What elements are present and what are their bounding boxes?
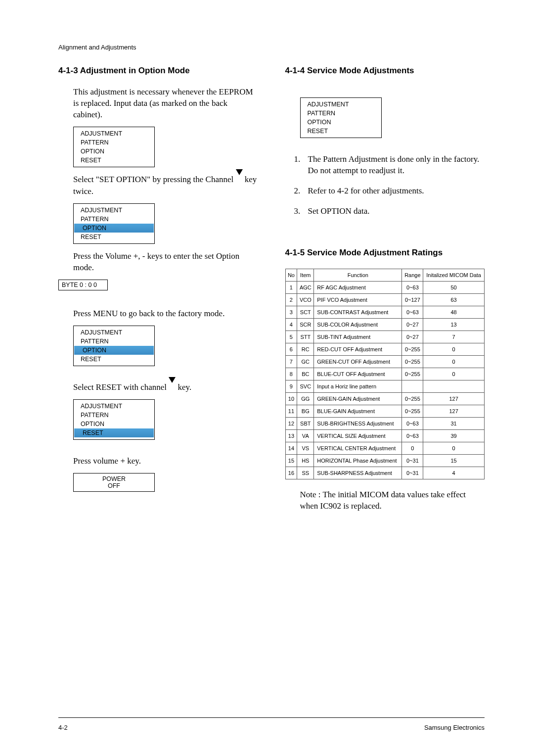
table-row: 4SCRSUB-COLOR Adjustment0~2713	[285, 318, 485, 331]
left-column: 4-1-3 Adjustment in Option Mode This adj…	[58, 66, 258, 512]
table-row: 14VSVERTICAL CENTER Adjustment00	[285, 442, 485, 454]
td-function: GREEN-CUT OFF Adjustment	[314, 355, 402, 368]
list-number: 2.	[294, 186, 301, 197]
select-reset-text: Select RESET with channel key.	[73, 382, 258, 394]
table-row: 11BGBLUE-GAIN Adjustment0~255127	[285, 405, 485, 417]
menu-box-1: ADJUSTMENT PATTERN OPTION RESET	[73, 127, 155, 167]
triangle-down-icon	[236, 175, 243, 186]
td-item: SVC	[297, 380, 314, 392]
list-item: 3.Set OPTION data.	[294, 206, 485, 217]
td-function: SUB-COLOR Adjustment	[314, 318, 402, 331]
td-item: HS	[297, 454, 314, 467]
numbered-list: 1.The Pattern Adjustment is done only in…	[294, 154, 485, 217]
td-range: 0~31	[402, 454, 423, 467]
td-function: PIF VCO Adjustment	[314, 293, 402, 306]
menu-item-selected: OPTION	[74, 346, 154, 355]
td-item: RC	[297, 343, 314, 355]
td-init: 15	[423, 454, 485, 467]
menu-item: PATTERN	[74, 337, 154, 346]
td-no: 15	[285, 454, 297, 467]
menu-item: PATTERN	[74, 215, 154, 224]
td-item: AGC	[297, 281, 314, 293]
td-range: 0~31	[402, 467, 423, 479]
table-row: 6RCRED-CUT OFF Adjustment0~2550	[285, 343, 485, 355]
byte-box: BYTE 0 : 0 0	[58, 280, 108, 290]
th-no: No	[285, 269, 297, 281]
td-range: 0~255	[402, 343, 423, 355]
menu-item: RESET	[74, 233, 154, 241]
menu-item: RESET	[74, 355, 154, 364]
menu-item: ADJUSTMENT	[74, 402, 154, 411]
td-no: 14	[285, 442, 297, 454]
menu-item: RESET	[74, 156, 154, 165]
td-range: 0~255	[402, 392, 423, 405]
list-number: 1.	[294, 154, 301, 177]
note-text: Note : The initial MICOM data values tak…	[300, 489, 485, 512]
td-function: SUB-BRIGHTNESS Adjustment	[314, 417, 402, 429]
right-column: 4-1-4 Service Mode Adjustments ADJUSTMEN…	[285, 66, 485, 512]
td-init: 48	[423, 306, 485, 318]
td-function: VERTICAL CENTER Adjustment	[314, 442, 402, 454]
td-function: SUB-CONTRAST Adjustment	[314, 306, 402, 318]
td-item: SS	[297, 467, 314, 479]
td-no: 4	[285, 318, 297, 331]
td-item: GG	[297, 392, 314, 405]
menu-item: OPTION	[74, 147, 154, 156]
td-item: GC	[297, 355, 314, 368]
list-item: 1.The Pattern Adjustment is done only in…	[294, 154, 485, 177]
menu-item: OPTION	[74, 420, 154, 428]
td-no: 11	[285, 405, 297, 417]
td-no: 8	[285, 368, 297, 380]
content-columns: 4-1-3 Adjustment in Option Mode This adj…	[58, 66, 485, 512]
menu-item: PATTERN	[74, 138, 154, 147]
td-range: 0~27	[402, 318, 423, 331]
td-no: 2	[285, 293, 297, 306]
table-row: 7GCGREEN-CUT OFF Adjustment0~2550	[285, 355, 485, 368]
td-no: 6	[285, 343, 297, 355]
td-init: 127	[423, 405, 485, 417]
table-row: 13VAVERTICAL SIZE Adjustment0~6339	[285, 429, 485, 442]
th-item: Item	[297, 269, 314, 281]
footer-brand: Samsung Electronics	[424, 724, 485, 731]
menu-back-text: Press MENU to go back to the factory mod…	[73, 308, 258, 320]
td-item: STT	[297, 331, 314, 343]
table-header-row: No Item Function Range Initalized MICOM …	[285, 269, 485, 281]
ratings-table: No Item Function Range Initalized MICOM …	[285, 269, 485, 479]
td-range: 0~63	[402, 429, 423, 442]
td-init	[423, 380, 485, 392]
td-init: 127	[423, 392, 485, 405]
menu-item: ADJUSTMENT	[301, 100, 381, 109]
td-no: 9	[285, 380, 297, 392]
table-row: 9SVCInput a Horiz line pattern	[285, 380, 485, 392]
td-item: SBT	[297, 417, 314, 429]
heading-4-1-4: 4-1-4 Service Mode Adjustments	[285, 66, 485, 76]
menu-box-3: ADJUSTMENT PATTERN OPTION RESET	[73, 326, 155, 366]
td-function: RF AGC Adjustment	[314, 281, 402, 293]
list-item: 2.Refer to 4-2 for other adjustments.	[294, 186, 485, 197]
td-init: 0	[423, 442, 485, 454]
page-footer: 4-2 Samsung Electronics	[58, 717, 485, 731]
list-text: The Pattern Adjustment is done only in t…	[308, 154, 485, 177]
td-item: SCR	[297, 318, 314, 331]
menu-item: PATTERN	[74, 411, 154, 420]
th-range: Range	[402, 269, 423, 281]
menu-box-4: ADJUSTMENT PATTERN OPTION RESET	[73, 399, 155, 440]
menu-item-selected: OPTION	[74, 224, 154, 233]
press-volume-plus-text: Press volume + key.	[73, 456, 258, 467]
table-row: 2VCOPIF VCO Adjustment0~12763	[285, 293, 485, 306]
td-item: VCO	[297, 293, 314, 306]
td-init: 0	[423, 355, 485, 368]
menu-item: ADJUSTMENT	[74, 328, 154, 337]
td-range: 0	[402, 442, 423, 454]
td-no: 13	[285, 429, 297, 442]
td-function: VERTICAL SIZE Adjustment	[314, 429, 402, 442]
table-row: 16SSSUB-SHARPNESS Adjustment0~314	[285, 467, 485, 479]
td-function: SUB-SHARPNESS Adjustment	[314, 467, 402, 479]
table-row: 15HSHORIZONTAL Phase Adjustment0~3115	[285, 454, 485, 467]
th-init: Initalized MICOM Data	[423, 269, 485, 281]
td-init: 39	[423, 429, 485, 442]
td-function: HORIZONTAL Phase Adjustment	[314, 454, 402, 467]
td-function: SUB-TINT Adjustment	[314, 331, 402, 343]
menu-item: PATTERN	[301, 109, 381, 118]
intro-paragraph: This adjustment is necessary whenever th…	[73, 87, 258, 121]
